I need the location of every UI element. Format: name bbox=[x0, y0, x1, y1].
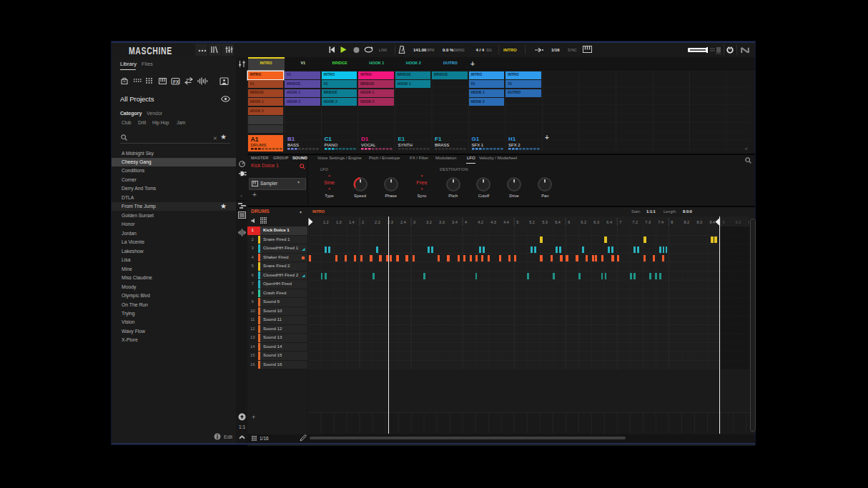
svg-text:6.4: 6.4 bbox=[606, 220, 612, 224]
svg-text:FX: FX bbox=[173, 79, 179, 84]
svg-text:3: 3 bbox=[413, 220, 415, 224]
svg-text:8.2: 8.2 bbox=[684, 220, 689, 224]
svg-text:3.2: 3.2 bbox=[426, 220, 432, 224]
svg-text:7: 7 bbox=[619, 220, 621, 224]
svg-text:1.2: 1.2 bbox=[323, 220, 329, 224]
svg-text:2.2: 2.2 bbox=[375, 220, 380, 224]
svg-text:8.3: 8.3 bbox=[696, 220, 702, 224]
svg-text:6.2: 6.2 bbox=[581, 220, 586, 224]
svg-text:9.3: 9.3 bbox=[748, 220, 749, 224]
svg-text:6.3: 6.3 bbox=[593, 220, 599, 224]
svg-text:9: 9 bbox=[722, 220, 724, 224]
svg-text:2: 2 bbox=[362, 220, 364, 224]
svg-text:4.4: 4.4 bbox=[503, 220, 509, 224]
svg-text:4.2: 4.2 bbox=[478, 220, 483, 224]
svg-text:5.2: 5.2 bbox=[529, 220, 535, 224]
svg-text:7.2: 7.2 bbox=[632, 220, 638, 224]
svg-text:5: 5 bbox=[516, 220, 518, 224]
svg-text:2.4: 2.4 bbox=[400, 220, 406, 224]
svg-text:7.4: 7.4 bbox=[658, 220, 664, 224]
svg-text:1.3: 1.3 bbox=[336, 220, 342, 224]
svg-text:1.4: 1.4 bbox=[349, 220, 355, 224]
svg-text:4.3: 4.3 bbox=[490, 220, 496, 224]
svg-text:8.4: 8.4 bbox=[709, 220, 715, 224]
svg-text:4: 4 bbox=[465, 220, 467, 224]
svg-text:5.4: 5.4 bbox=[555, 220, 561, 224]
svg-text:6: 6 bbox=[568, 220, 570, 224]
svg-text:3.3: 3.3 bbox=[439, 220, 445, 224]
svg-text:5.3: 5.3 bbox=[542, 220, 548, 224]
svg-text:3.4: 3.4 bbox=[452, 220, 458, 224]
svg-text:9.2: 9.2 bbox=[735, 220, 741, 224]
svg-text:7.3: 7.3 bbox=[645, 220, 651, 224]
svg-text:8: 8 bbox=[671, 220, 673, 224]
